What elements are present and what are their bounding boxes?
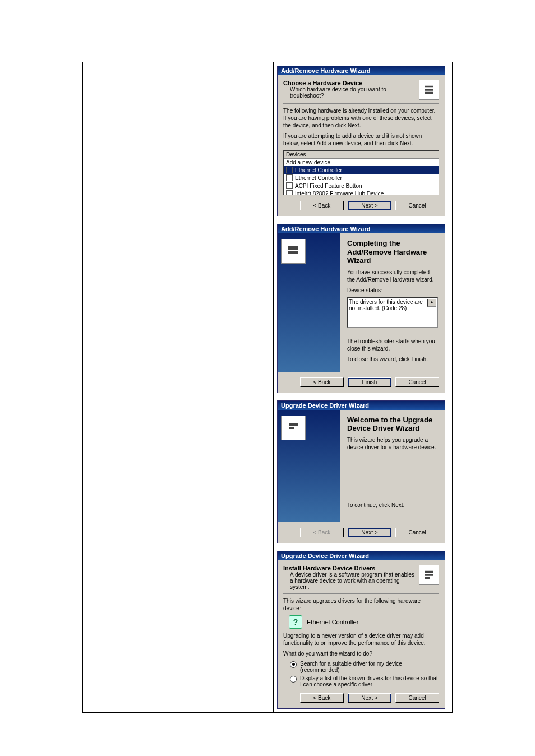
list-item: Add a new device [284, 159, 439, 166]
radio-icon [290, 676, 297, 683]
choose-hardware-dialog: Add/Remove Hardware Wizard Choose a Hard… [277, 66, 445, 216]
back-button[interactable]: < Back [300, 693, 344, 703]
body-text-1: The following hardware is already instal… [283, 107, 439, 129]
dialog-heading: Completing the Add/Remove Hardware Wizar… [347, 239, 438, 265]
device-icon [286, 190, 293, 195]
back-button-disabled: < Back [300, 528, 344, 537]
devices-list-header: Devices [284, 151, 439, 159]
titlebar: Add/Remove Hardware Wizard [278, 224, 445, 233]
status-text: The drivers for this device are not inst… [349, 299, 423, 311]
cancel-button[interactable]: Cancel [395, 693, 439, 703]
completing-wizard-dialog: Add/Remove Hardware Wizard Completing th… [277, 224, 445, 393]
dialog-subheading: A device driver is a software program th… [283, 571, 414, 590]
body-text: This wizard upgrades drivers for the fol… [283, 597, 439, 612]
cancel-button[interactable]: Cancel [395, 377, 439, 387]
body-text: This wizard helps you upgrade a device d… [347, 436, 438, 451]
status-label: Device status: [347, 287, 438, 294]
hardware-icon [281, 239, 306, 264]
finish-button[interactable]: Finish [348, 377, 391, 387]
radio-icon-selected [290, 661, 297, 668]
radio-search-driver[interactable]: Search for a suitable driver for my devi… [290, 661, 439, 673]
device-icon [286, 174, 293, 181]
body-text: Upgrading to a newer version of a device… [283, 632, 439, 647]
body-text: The troubleshooter starts when you close… [347, 338, 438, 352]
devices-list[interactable]: Devices Add a new device Ethernet Contro… [283, 150, 439, 195]
device-icon [286, 167, 293, 173]
back-button[interactable]: < Back [300, 377, 344, 387]
body-text: To continue, click Next. [347, 501, 438, 509]
device-name: Ethernet Controller [307, 619, 358, 625]
dialog-heading: Welcome to the Upgrade Device Driver Wiz… [347, 416, 438, 433]
titlebar: Upgrade Device Driver Wizard [278, 551, 445, 560]
titlebar: Upgrade Device Driver Wizard [278, 401, 445, 410]
unknown-device-icon: ? [289, 615, 302, 629]
scroll-up-icon[interactable]: ▲ [427, 299, 436, 307]
list-item: ACPI Fixed Feature Button [284, 182, 439, 190]
cancel-button[interactable]: Cancel [395, 528, 439, 537]
body-text-2: If you are attempting to add a device an… [283, 132, 439, 147]
upgrade-driver-welcome-dialog: Upgrade Device Driver Wizard Welcome to … [277, 400, 445, 543]
list-item: Intel(r) 82802 Firmware Hub Device [284, 190, 439, 195]
cancel-button[interactable]: Cancel [395, 201, 439, 210]
dialog-subheading: Which hardware device do you want to tro… [283, 86, 414, 99]
dialog-heading: Install Hardware Device Drivers [283, 565, 414, 571]
list-item: Ethernet Controller [284, 174, 439, 182]
instruction-table: Add/Remove Hardware Wizard Choose a Hard… [82, 62, 453, 713]
device-status-box: ▲ The drivers for this device are not in… [347, 297, 438, 328]
body-text: You have successfully completed the Add/… [347, 269, 438, 283]
hardware-icon [419, 565, 439, 585]
next-button[interactable]: Next > [348, 201, 391, 210]
titlebar: Add/Remove Hardware Wizard [278, 66, 445, 75]
prompt-text: What do you want the wizard to do? [283, 650, 439, 657]
list-item-selected: Ethernet Controller [284, 166, 439, 174]
next-button[interactable]: Next > [348, 693, 391, 703]
back-button[interactable]: < Back [300, 201, 344, 210]
hardware-icon [281, 416, 306, 440]
body-text: To close this wizard, click Finish. [347, 356, 438, 363]
install-drivers-dialog: Upgrade Device Driver Wizard Install Har… [277, 551, 445, 709]
hardware-icon [419, 80, 439, 100]
next-button[interactable]: Next > [348, 528, 391, 537]
device-icon [286, 182, 293, 189]
dialog-heading: Choose a Hardware Device [283, 80, 414, 86]
radio-display-list[interactable]: Display a list of the known drivers for … [290, 675, 439, 688]
